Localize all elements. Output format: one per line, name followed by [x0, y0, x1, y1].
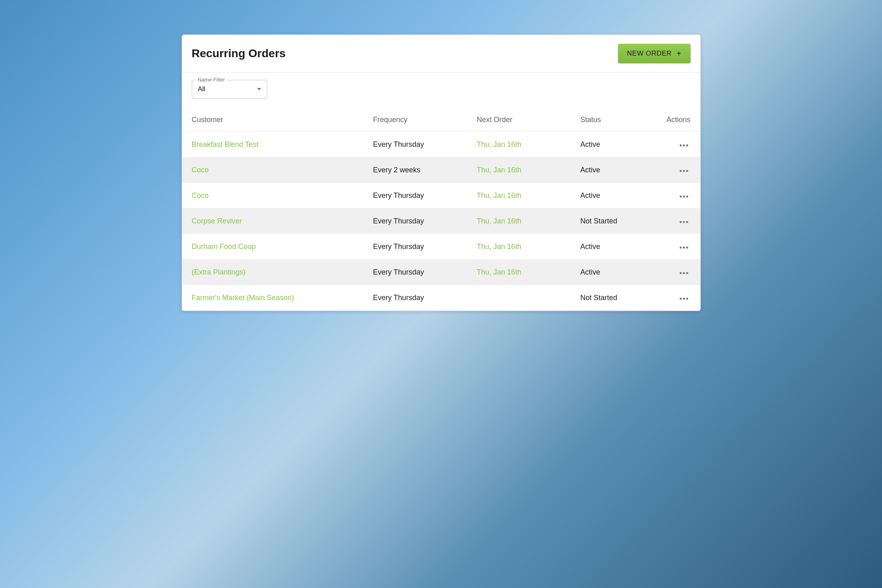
status-cell: Active [571, 132, 653, 157]
next-order-cell: Thu, Jan 16th [467, 208, 571, 234]
table-row: Durham Food CoopEvery ThursdayThu, Jan 1… [182, 234, 700, 260]
table-row: CocoEvery 2 weeksThu, Jan 16thActive [182, 157, 700, 183]
filter-row: Name Filter All [182, 73, 700, 108]
more-actions-icon[interactable] [677, 270, 691, 277]
table-row: (Extra Plantings)Every ThursdayThu, Jan … [182, 260, 700, 285]
page-title: Recurring Orders [192, 47, 286, 60]
more-actions-icon[interactable] [677, 167, 691, 174]
more-actions-icon[interactable] [677, 193, 691, 200]
table-row: Breakfast Blend TestEvery ThursdayThu, J… [182, 132, 700, 157]
frequency-cell: Every Thursday [363, 208, 467, 234]
next-order-cell: Thu, Jan 16th [467, 234, 571, 260]
frequency-cell: Every 2 weeks [363, 157, 467, 183]
more-actions-icon[interactable] [677, 142, 691, 149]
actions-cell [653, 285, 700, 311]
actions-cell [653, 183, 700, 208]
col-header-customer: Customer [182, 108, 363, 132]
customer-link[interactable]: (Extra Plantings) [192, 268, 246, 276]
customer-link[interactable]: Coco [192, 191, 209, 200]
status-cell: Not Started [571, 285, 653, 311]
next-order-cell: Thu, Jan 16th [467, 183, 571, 208]
customer-cell: Durham Food Coop [182, 234, 363, 260]
name-filter-select[interactable]: Name Filter All [192, 80, 267, 99]
customer-link[interactable]: Durham Food Coop [192, 242, 256, 251]
frequency-cell: Every Thursday [363, 183, 467, 208]
customer-link[interactable]: Coco [192, 166, 209, 174]
more-actions-icon[interactable] [677, 295, 691, 302]
customer-cell: Corpse Reviver [182, 208, 363, 234]
actions-cell [653, 260, 700, 285]
status-cell: Active [571, 234, 653, 260]
table-row: Corpse ReviverEvery ThursdayThu, Jan 16t… [182, 208, 700, 234]
frequency-cell: Every Thursday [363, 260, 467, 285]
next-order-cell [467, 285, 571, 311]
next-order-cell: Thu, Jan 16th [467, 157, 571, 183]
frequency-cell: Every Thursday [363, 132, 467, 157]
status-cell: Active [571, 183, 653, 208]
col-header-actions: Actions [653, 108, 700, 132]
customer-cell: Farmer's Market (Main Season) [182, 285, 363, 311]
next-order-cell: Thu, Jan 16th [467, 260, 571, 285]
name-filter-label: Name Filter [196, 77, 227, 83]
table-header-row: Customer Frequency Next Order Status Act… [182, 108, 700, 132]
actions-cell [653, 208, 700, 234]
col-header-status: Status [571, 108, 653, 132]
orders-card: Recurring Orders NEW ORDER + Name Filter… [182, 34, 701, 311]
table-row: Farmer's Market (Main Season)Every Thurs… [182, 285, 700, 311]
more-actions-icon[interactable] [677, 219, 691, 225]
customer-cell: Coco [182, 157, 363, 183]
customer-cell: (Extra Plantings) [182, 260, 363, 285]
actions-cell [653, 132, 700, 157]
customer-cell: Breakfast Blend Test [182, 132, 363, 157]
status-cell: Not Started [571, 208, 653, 234]
card-header: Recurring Orders NEW ORDER + [182, 35, 700, 73]
new-order-label: NEW ORDER [627, 49, 672, 58]
status-cell: Active [571, 157, 653, 183]
plus-icon: + [676, 49, 681, 58]
actions-cell [653, 157, 700, 183]
frequency-cell: Every Thursday [363, 234, 467, 260]
customer-link[interactable]: Farmer's Market (Main Season) [192, 294, 294, 302]
table-body: Breakfast Blend TestEvery ThursdayThu, J… [182, 132, 700, 311]
customer-link[interactable]: Breakfast Blend Test [192, 140, 259, 148]
table-row: CocoEvery ThursdayThu, Jan 16thActive [182, 183, 700, 208]
next-order-cell: Thu, Jan 16th [467, 132, 571, 157]
new-order-button[interactable]: NEW ORDER + [618, 44, 690, 63]
col-header-next-order: Next Order [467, 108, 571, 132]
more-actions-icon[interactable] [677, 244, 691, 251]
orders-table: Customer Frequency Next Order Status Act… [182, 108, 700, 311]
col-header-frequency: Frequency [363, 108, 467, 132]
actions-cell [653, 234, 700, 260]
customer-cell: Coco [182, 183, 363, 208]
name-filter-value: All [198, 85, 206, 93]
customer-link[interactable]: Corpse Reviver [192, 217, 242, 225]
frequency-cell: Every Thursday [363, 285, 467, 311]
chevron-down-icon [257, 88, 261, 90]
status-cell: Active [571, 260, 653, 285]
